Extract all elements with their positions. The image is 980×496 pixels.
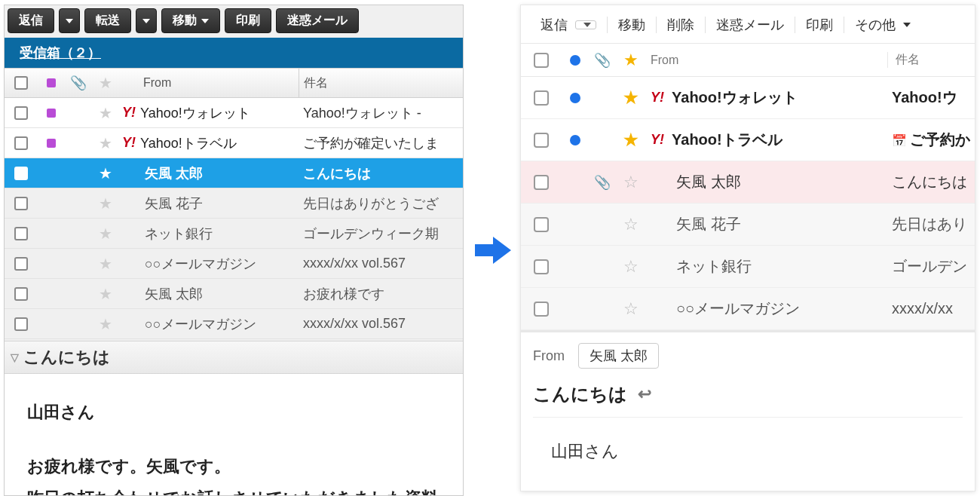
new-column-header: 📎 ★ From 件名: [521, 44, 975, 77]
chevron-down-icon: [583, 23, 591, 27]
star-icon[interactable]: ★: [99, 255, 112, 273]
mail-row[interactable]: ★Y!Yahoo!トラベルご予約が確定いたしま: [5, 128, 463, 158]
star-icon[interactable]: ☆: [623, 257, 639, 277]
spam-button[interactable]: 迷惑メール: [707, 13, 793, 37]
mail-from: Yahoo!トラベル: [140, 134, 237, 152]
old-preview-subject: こんにちは: [23, 346, 110, 369]
star-icon[interactable]: ☆: [623, 173, 639, 192]
forward-dropdown-button[interactable]: [136, 8, 157, 33]
from-value[interactable]: 矢風 太郎: [578, 343, 659, 369]
row-checkbox[interactable]: [14, 136, 28, 150]
star-icon[interactable]: ★: [99, 134, 112, 152]
row-checkbox[interactable]: [14, 287, 28, 301]
row-checkbox[interactable]: [14, 106, 28, 120]
folder-count: （２）: [60, 45, 101, 60]
preview-line: 昨日の打ち合わせでお話しさせていただきました資料: [27, 482, 440, 496]
spam-button[interactable]: 迷惑メール: [276, 8, 359, 33]
unread-icon: [570, 93, 580, 103]
move-button[interactable]: 移動: [161, 8, 220, 33]
row-checkbox[interactable]: [534, 90, 549, 106]
mail-from: ネット銀行: [676, 256, 752, 277]
folder-name: 受信箱: [20, 45, 60, 60]
unread-column-icon: [47, 78, 56, 87]
mail-row[interactable]: ☆ネット銀行ゴールデン: [521, 246, 975, 288]
star-icon[interactable]: ☆: [623, 215, 639, 234]
row-checkbox[interactable]: [534, 217, 549, 232]
row-checkbox[interactable]: [534, 259, 549, 274]
star-icon[interactable]: ★: [99, 194, 112, 213]
reply-dropdown-button[interactable]: [59, 8, 80, 33]
mail-row[interactable]: ★矢風 花子先日はありがとうござ: [5, 188, 463, 219]
mail-from: ○○メールマガジン: [145, 255, 256, 273]
mail-row[interactable]: ★○○メールマガジンxxxx/x/xx vol.567: [5, 249, 463, 279]
old-toolbar: 返信 転送 移動 印刷 迷惑メール: [5, 5, 463, 38]
mail-row[interactable]: 📎☆矢風 太郎こんにちは: [521, 161, 975, 204]
mail-row[interactable]: ☆矢風 花子先日はあり: [521, 204, 975, 246]
mail-row[interactable]: ☆○○メールマガジンxxxx/x/xx: [521, 288, 975, 330]
move-button[interactable]: 移動: [609, 13, 654, 37]
old-column-header: 📎 ★ From 件名: [5, 68, 463, 98]
mail-from: ネット銀行: [145, 225, 213, 243]
reply-icon[interactable]: ↩: [638, 384, 651, 404]
print-button[interactable]: 印刷: [797, 13, 842, 37]
reply-dropdown-button[interactable]: [575, 20, 596, 29]
mail-from: 矢風 太郎: [145, 164, 203, 182]
attachment-icon: 📎: [594, 174, 611, 191]
star-column-icon: ★: [623, 51, 639, 70]
mail-row[interactable]: ★○○メールマガジンxxxx/x/xx vol.567: [5, 309, 463, 339]
yahoo-logo-icon: Y!: [651, 90, 664, 106]
star-icon[interactable]: ★: [99, 164, 112, 182]
mail-from: Yahoo!ウォレット: [672, 87, 798, 108]
delete-button[interactable]: 削除: [658, 13, 703, 37]
star-icon[interactable]: ★: [99, 225, 112, 243]
row-checkbox[interactable]: [14, 167, 28, 180]
new-preview-body: 山田さん: [533, 417, 963, 485]
mail-subject: 先日はあり: [892, 216, 967, 232]
folder-header[interactable]: 受信箱（２）: [5, 38, 463, 68]
mail-subject: こんにちは: [303, 166, 371, 181]
reply-button[interactable]: 返信: [531, 13, 605, 37]
new-preview-header: From 矢風 太郎 こんにちは ↩ 山田さん: [521, 330, 975, 491]
yahoo-logo-icon: Y!: [651, 132, 664, 148]
preview-line: 山田さん: [27, 396, 440, 428]
star-icon[interactable]: ★: [623, 88, 639, 108]
mail-subject: xxxx/x/xx: [892, 300, 953, 317]
select-all-checkbox[interactable]: [534, 53, 549, 68]
row-checkbox[interactable]: [534, 175, 549, 190]
row-checkbox[interactable]: [14, 257, 28, 271]
unread-icon: [570, 135, 580, 145]
other-button[interactable]: その他: [846, 13, 920, 37]
forward-button[interactable]: 転送: [84, 8, 131, 33]
mail-row[interactable]: ★ネット銀行ゴールデンウィーク期: [5, 219, 463, 249]
from-label: From: [533, 348, 565, 364]
star-column-icon: ★: [99, 74, 112, 92]
star-icon[interactable]: ★: [623, 130, 639, 150]
new-mail-panel: 返信 移動 削除 迷惑メール 印刷 その他 📎 ★ From 件名 ★Y!Yah…: [520, 5, 975, 491]
row-checkbox[interactable]: [534, 302, 549, 317]
mail-from: ○○メールマガジン: [676, 299, 800, 319]
mail-row[interactable]: ★矢風 太郎お疲れ様です: [5, 279, 463, 309]
mail-from: 矢風 花子: [145, 194, 203, 213]
mail-subject: ご予約か: [910, 131, 970, 148]
mail-subject: ゴールデン: [892, 258, 967, 274]
mail-subject: Yahoo!ウォレット -: [303, 106, 421, 121]
old-preview-header[interactable]: ▽ こんにちは: [5, 341, 463, 374]
star-icon[interactable]: ★: [99, 104, 112, 122]
star-icon[interactable]: ★: [99, 285, 112, 303]
select-all-checkbox[interactable]: [14, 76, 28, 90]
mail-row[interactable]: ★矢風 太郎こんにちは: [5, 158, 463, 188]
mail-row[interactable]: ★Y!Yahoo!ウォレットYahoo!ウォレット -: [5, 98, 463, 128]
mail-row[interactable]: ★Y!Yahoo!トラベル📅ご予約か: [521, 119, 975, 161]
star-icon[interactable]: ☆: [623, 299, 639, 319]
row-checkbox[interactable]: [14, 197, 28, 210]
row-checkbox[interactable]: [14, 317, 28, 331]
mail-row[interactable]: ★Y!Yahoo!ウォレットYahoo!ウ: [521, 77, 975, 119]
print-button[interactable]: 印刷: [225, 8, 271, 33]
row-checkbox[interactable]: [14, 227, 28, 240]
mail-subject: 先日はありがとうござ: [303, 196, 439, 211]
reply-label: 返信: [541, 16, 568, 34]
reply-button[interactable]: 返信: [8, 8, 54, 33]
mail-from: ○○メールマガジン: [145, 315, 256, 333]
row-checkbox[interactable]: [534, 133, 549, 148]
star-icon[interactable]: ★: [99, 315, 112, 333]
